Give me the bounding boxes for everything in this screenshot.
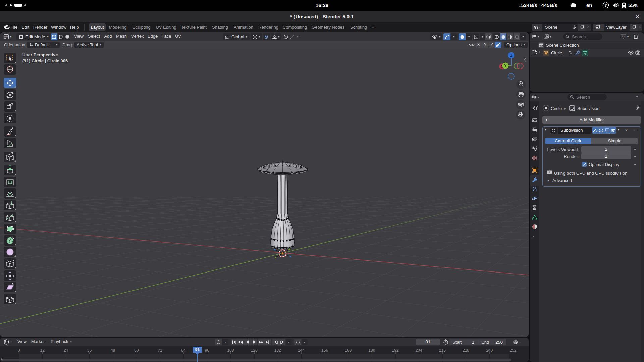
svg-text:?: ? (605, 3, 607, 7)
svg-text:Z: Z (510, 53, 513, 57)
svg-text:Y: Y (504, 64, 507, 68)
